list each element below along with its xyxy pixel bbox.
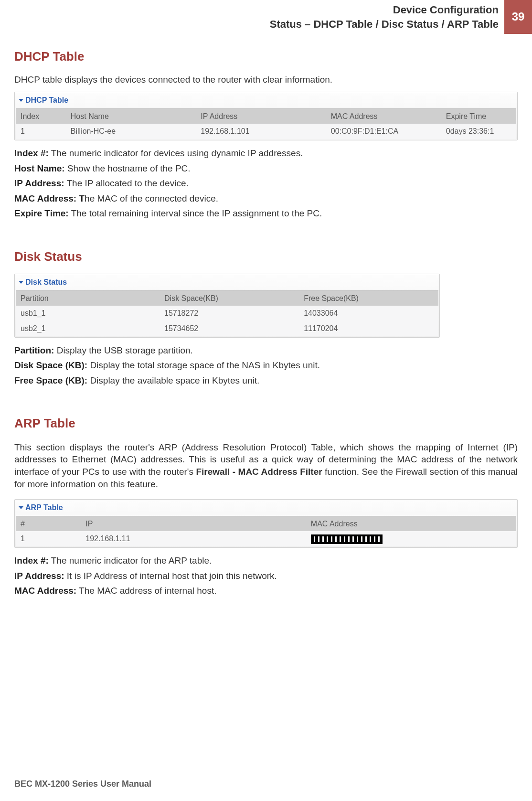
table-row: usb1_1 15718272 14033064 bbox=[16, 306, 438, 321]
cell-ip: 192.168.1.11 bbox=[81, 531, 306, 546]
arp-def-ip: IP Address: It is IP Address of internal… bbox=[14, 570, 518, 582]
table-row: 1 192.168.1.11 bbox=[16, 531, 516, 546]
col-index: Index bbox=[16, 108, 66, 124]
arp-table: # IP MAC Address 1 192.168.1.11 bbox=[16, 516, 516, 546]
header-line2: Status – DHCP Table / Disc Status / ARP … bbox=[270, 17, 499, 32]
dhcp-table: Index Host Name IP Address MAC Address E… bbox=[16, 108, 516, 139]
arp-def-index: Index #: The numeric indicator for the A… bbox=[14, 555, 518, 567]
footer-text: BEC MX-1200 Series User Manual bbox=[14, 778, 151, 790]
col-freespace: Free Space(KB) bbox=[299, 290, 438, 306]
arp-panel: ARP Table # IP MAC Address 1 192.168.1.1… bbox=[14, 499, 518, 548]
arp-def-mac: MAC Address: The MAC address of internal… bbox=[14, 585, 518, 597]
dhcp-def-expire: Expire Time: The total remaining interva… bbox=[14, 207, 518, 220]
header-line1: Device Configuration bbox=[270, 3, 499, 17]
arp-panel-title: ARP Table bbox=[16, 501, 516, 516]
page-header: Device Configuration Status – DHCP Table… bbox=[0, 0, 532, 34]
cell-expire: 0days 23:36:1 bbox=[441, 124, 516, 139]
cell-diskspace: 15734652 bbox=[160, 321, 299, 336]
dhcp-def-host: Host Name: Show the hostname of the PC. bbox=[14, 162, 518, 175]
dhcp-def-index: Index #: The numeric indicator for devic… bbox=[14, 147, 518, 160]
arp-heading: ARP Table bbox=[14, 415, 518, 432]
disk-panel: Disk Status Partition Disk Space(KB) Fre… bbox=[14, 274, 440, 337]
cell-mac: 00:C0:9F:D1:E1:CA bbox=[326, 124, 441, 139]
table-row: 1 Billion-HC-ee 192.168.1.101 00:C0:9F:D… bbox=[16, 124, 516, 139]
cell-partition: usb1_1 bbox=[16, 306, 160, 321]
cell-num: 1 bbox=[16, 531, 81, 546]
col-num: # bbox=[16, 516, 81, 531]
cell-ip: 192.168.1.101 bbox=[196, 124, 326, 139]
col-host: Host Name bbox=[66, 108, 196, 124]
dhcp-panel-title-text: DHCP Table bbox=[25, 96, 68, 104]
cell-index: 1 bbox=[16, 124, 66, 139]
table-header-row: Partition Disk Space(KB) Free Space(KB) bbox=[16, 290, 438, 306]
disk-heading: Disk Status bbox=[14, 248, 518, 265]
header-title: Device Configuration Status – DHCP Table… bbox=[270, 0, 504, 34]
cell-diskspace: 15718272 bbox=[160, 306, 299, 321]
cell-host: Billion-HC-ee bbox=[66, 124, 196, 139]
col-expire: Expire Time bbox=[441, 108, 516, 124]
disk-def-partition: Partition: Display the USB storage parti… bbox=[14, 344, 518, 357]
chevron-down-icon bbox=[19, 99, 23, 102]
disk-panel-title-text: Disk Status bbox=[25, 278, 67, 286]
chevron-down-icon bbox=[19, 506, 23, 509]
cell-mac-redacted bbox=[306, 531, 516, 546]
page-number: 39 bbox=[504, 0, 532, 34]
arp-panel-title-text: ARP Table bbox=[25, 503, 63, 512]
dhcp-panel-title: DHCP Table bbox=[16, 93, 516, 108]
arp-intro: This section displays the router's ARP (… bbox=[14, 441, 518, 491]
col-mac: MAC Address bbox=[306, 516, 516, 531]
cell-partition: usb2_1 bbox=[16, 321, 160, 336]
cell-freespace: 11170204 bbox=[299, 321, 438, 336]
disk-panel-title: Disk Status bbox=[16, 275, 438, 290]
dhcp-heading: DHCP Table bbox=[14, 48, 518, 65]
col-partition: Partition bbox=[16, 290, 160, 306]
dhcp-def-ip: IP Address: The IP allocated to the devi… bbox=[14, 177, 518, 190]
table-header-row: Index Host Name IP Address MAC Address E… bbox=[16, 108, 516, 124]
dhcp-def-mac: MAC Address: The MAC of the connected de… bbox=[14, 192, 518, 205]
col-diskspace: Disk Space(KB) bbox=[160, 290, 299, 306]
disk-table: Partition Disk Space(KB) Free Space(KB) … bbox=[16, 290, 438, 336]
col-ip: IP bbox=[81, 516, 306, 531]
col-mac: MAC Address bbox=[326, 108, 441, 124]
disk-def-freespace: Free Space (KB): Display the available s… bbox=[14, 374, 518, 387]
dhcp-panel: DHCP Table Index Host Name IP Address MA… bbox=[14, 92, 518, 140]
dhcp-intro: DHCP table displays the devices connecte… bbox=[14, 74, 518, 86]
table-header-row: # IP MAC Address bbox=[16, 516, 516, 531]
cell-freespace: 14033064 bbox=[299, 306, 438, 321]
table-row: usb2_1 15734652 11170204 bbox=[16, 321, 438, 336]
col-ip: IP Address bbox=[196, 108, 326, 124]
redacted-mac bbox=[311, 534, 383, 544]
chevron-down-icon bbox=[19, 281, 23, 284]
disk-def-diskspace: Disk Space (KB): Display the total stora… bbox=[14, 359, 518, 372]
